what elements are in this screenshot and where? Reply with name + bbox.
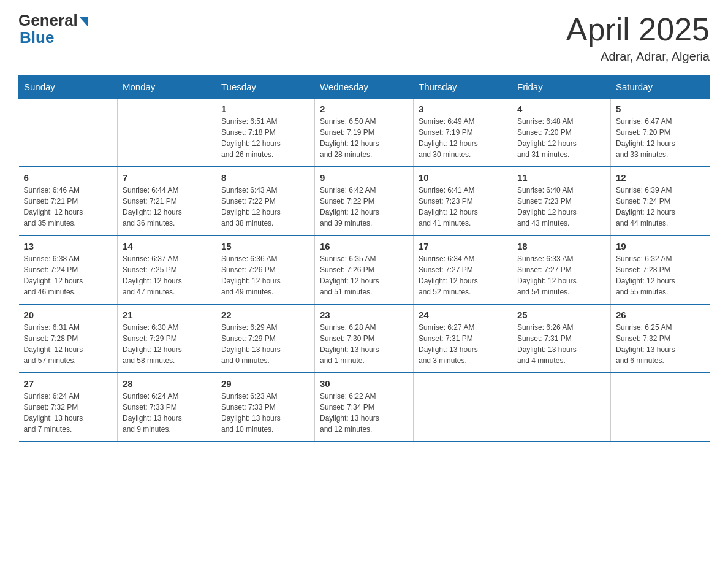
day-number: 20 [24,310,113,320]
day-info: Sunrise: 6:23 AM Sunset: 7:33 PM Dayligh… [221,391,309,435]
month-title: April 2025 [566,12,710,47]
calendar-cell: 9Sunrise: 6:42 AM Sunset: 7:22 PM Daylig… [315,167,414,236]
day-number: 29 [221,378,309,389]
day-info: Sunrise: 6:37 AM Sunset: 7:25 PM Dayligh… [123,253,211,297]
week-row-1: 1Sunrise: 6:51 AM Sunset: 7:18 PM Daylig… [19,99,710,167]
day-number: 9 [320,172,408,183]
day-number: 11 [517,172,605,183]
day-number: 26 [616,310,705,320]
day-info: Sunrise: 6:44 AM Sunset: 7:21 PM Dayligh… [123,185,211,229]
calendar-cell: 27Sunrise: 6:24 AM Sunset: 7:32 PM Dayli… [19,373,118,442]
calendar-cell [19,99,118,167]
day-info: Sunrise: 6:41 AM Sunset: 7:23 PM Dayligh… [419,185,507,229]
week-row-4: 20Sunrise: 6:31 AM Sunset: 7:28 PM Dayli… [19,304,710,373]
calendar-cell: 4Sunrise: 6:48 AM Sunset: 7:20 PM Daylig… [512,99,611,167]
day-number: 10 [419,172,507,183]
calendar-cell: 23Sunrise: 6:28 AM Sunset: 7:30 PM Dayli… [315,304,414,373]
day-info: Sunrise: 6:30 AM Sunset: 7:29 PM Dayligh… [123,322,211,366]
calendar-cell: 6Sunrise: 6:46 AM Sunset: 7:21 PM Daylig… [19,167,118,236]
day-info: Sunrise: 6:35 AM Sunset: 7:26 PM Dayligh… [320,253,408,297]
day-info: Sunrise: 6:46 AM Sunset: 7:21 PM Dayligh… [24,185,113,229]
calendar-cell: 21Sunrise: 6:30 AM Sunset: 7:29 PM Dayli… [118,304,216,373]
weekday-header-sunday: Sunday [19,75,118,99]
calendar-cell [414,373,512,442]
logo-blue-text: Blue [18,28,54,47]
calendar-cell [611,373,710,442]
calendar-cell: 14Sunrise: 6:37 AM Sunset: 7:25 PM Dayli… [118,236,216,304]
calendar-cell: 13Sunrise: 6:38 AM Sunset: 7:24 PM Dayli… [19,236,118,304]
day-number: 12 [616,172,705,183]
calendar-cell: 20Sunrise: 6:31 AM Sunset: 7:28 PM Dayli… [19,304,118,373]
day-info: Sunrise: 6:28 AM Sunset: 7:30 PM Dayligh… [320,322,408,366]
day-number: 7 [123,172,211,183]
week-row-2: 6Sunrise: 6:46 AM Sunset: 7:21 PM Daylig… [19,167,710,236]
calendar-cell: 1Sunrise: 6:51 AM Sunset: 7:18 PM Daylig… [216,99,315,167]
calendar-cell: 3Sunrise: 6:49 AM Sunset: 7:19 PM Daylig… [414,99,512,167]
day-number: 22 [221,310,309,320]
day-number: 13 [24,241,113,251]
day-info: Sunrise: 6:36 AM Sunset: 7:26 PM Dayligh… [221,253,309,297]
day-info: Sunrise: 6:32 AM Sunset: 7:28 PM Dayligh… [616,253,705,297]
day-number: 1 [221,104,309,114]
week-row-5: 27Sunrise: 6:24 AM Sunset: 7:32 PM Dayli… [19,373,710,442]
day-info: Sunrise: 6:25 AM Sunset: 7:32 PM Dayligh… [616,322,705,366]
calendar-cell: 16Sunrise: 6:35 AM Sunset: 7:26 PM Dayli… [315,236,414,304]
weekday-header-row: SundayMondayTuesdayWednesdayThursdayFrid… [19,75,710,99]
day-info: Sunrise: 6:34 AM Sunset: 7:27 PM Dayligh… [419,253,507,297]
day-info: Sunrise: 6:38 AM Sunset: 7:24 PM Dayligh… [24,253,113,297]
day-info: Sunrise: 6:42 AM Sunset: 7:22 PM Dayligh… [320,185,408,229]
calendar-cell: 19Sunrise: 6:32 AM Sunset: 7:28 PM Dayli… [611,236,710,304]
day-info: Sunrise: 6:48 AM Sunset: 7:20 PM Dayligh… [517,116,605,160]
day-info: Sunrise: 6:40 AM Sunset: 7:23 PM Dayligh… [517,185,605,229]
calendar-cell: 18Sunrise: 6:33 AM Sunset: 7:27 PM Dayli… [512,236,611,304]
day-number: 25 [517,310,605,320]
weekday-header-friday: Friday [512,75,611,99]
weekday-header-monday: Monday [118,75,216,99]
day-info: Sunrise: 6:24 AM Sunset: 7:33 PM Dayligh… [123,391,211,435]
weekday-header-saturday: Saturday [611,75,710,99]
day-number: 15 [221,241,309,251]
title-area: April 2025 Adrar, Adrar, Algeria [566,12,710,64]
day-info: Sunrise: 6:33 AM Sunset: 7:27 PM Dayligh… [517,253,605,297]
page-header: General Blue April 2025 Adrar, Adrar, Al… [18,12,710,64]
day-info: Sunrise: 6:22 AM Sunset: 7:34 PM Dayligh… [320,391,408,435]
logo: General Blue [18,12,88,47]
day-number: 5 [616,104,705,114]
calendar-cell: 30Sunrise: 6:22 AM Sunset: 7:34 PM Dayli… [315,373,414,442]
day-info: Sunrise: 6:51 AM Sunset: 7:18 PM Dayligh… [221,116,309,160]
day-number: 24 [419,310,507,320]
day-number: 18 [517,241,605,251]
calendar-cell: 8Sunrise: 6:43 AM Sunset: 7:22 PM Daylig… [216,167,315,236]
day-info: Sunrise: 6:50 AM Sunset: 7:19 PM Dayligh… [320,116,408,160]
calendar-cell: 17Sunrise: 6:34 AM Sunset: 7:27 PM Dayli… [414,236,512,304]
day-info: Sunrise: 6:26 AM Sunset: 7:31 PM Dayligh… [517,322,605,366]
calendar-cell: 11Sunrise: 6:40 AM Sunset: 7:23 PM Dayli… [512,167,611,236]
day-number: 21 [123,310,211,320]
day-info: Sunrise: 6:47 AM Sunset: 7:20 PM Dayligh… [616,116,705,160]
logo-arrow-icon [79,17,88,26]
day-number: 27 [24,378,113,389]
day-number: 23 [320,310,408,320]
calendar-cell: 22Sunrise: 6:29 AM Sunset: 7:29 PM Dayli… [216,304,315,373]
calendar-cell: 10Sunrise: 6:41 AM Sunset: 7:23 PM Dayli… [414,167,512,236]
day-info: Sunrise: 6:49 AM Sunset: 7:19 PM Dayligh… [419,116,507,160]
day-info: Sunrise: 6:27 AM Sunset: 7:31 PM Dayligh… [419,322,507,366]
weekday-header-thursday: Thursday [414,75,512,99]
calendar-cell: 24Sunrise: 6:27 AM Sunset: 7:31 PM Dayli… [414,304,512,373]
calendar-cell [118,99,216,167]
calendar-cell: 15Sunrise: 6:36 AM Sunset: 7:26 PM Dayli… [216,236,315,304]
day-number: 30 [320,378,408,389]
day-info: Sunrise: 6:43 AM Sunset: 7:22 PM Dayligh… [221,185,309,229]
calendar-cell: 5Sunrise: 6:47 AM Sunset: 7:20 PM Daylig… [611,99,710,167]
calendar-cell: 2Sunrise: 6:50 AM Sunset: 7:19 PM Daylig… [315,99,414,167]
week-row-3: 13Sunrise: 6:38 AM Sunset: 7:24 PM Dayli… [19,236,710,304]
day-number: 4 [517,104,605,114]
day-info: Sunrise: 6:31 AM Sunset: 7:28 PM Dayligh… [24,322,113,366]
weekday-header-wednesday: Wednesday [315,75,414,99]
day-info: Sunrise: 6:39 AM Sunset: 7:24 PM Dayligh… [616,185,705,229]
calendar-cell [512,373,611,442]
calendar-cell: 7Sunrise: 6:44 AM Sunset: 7:21 PM Daylig… [118,167,216,236]
calendar-cell: 12Sunrise: 6:39 AM Sunset: 7:24 PM Dayli… [611,167,710,236]
day-info: Sunrise: 6:24 AM Sunset: 7:32 PM Dayligh… [24,391,113,435]
day-number: 19 [616,241,705,251]
